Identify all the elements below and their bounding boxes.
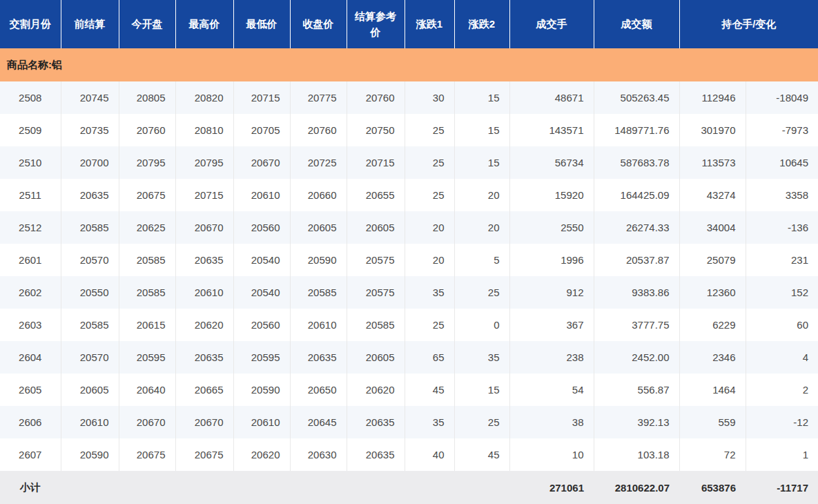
cell-prev-settlement: 20735 [61, 114, 119, 146]
cell-volume: 38 [509, 406, 594, 438]
cell-volume: 10 [509, 438, 594, 471]
cell-change2: 20 [454, 211, 509, 244]
cell-settlement-ref-price: 20655 [347, 179, 405, 211]
cell-delivery-month: 2508 [0, 81, 61, 114]
cell-open-interest: 301970 [679, 114, 746, 146]
cell-prev-settlement: 20700 [61, 146, 119, 179]
cell-change1: 20 [405, 211, 454, 244]
subtotal-empty [290, 471, 347, 504]
cell-close-price: 20760 [290, 114, 347, 146]
cell-change2: 15 [454, 146, 509, 179]
table-row: 2603205852061520620205602061020585250367… [0, 309, 818, 341]
cell-oi-change: -136 [746, 211, 818, 244]
cell-change2: 15 [454, 81, 509, 114]
cell-change1: 35 [405, 276, 454, 309]
cell-delivery-month: 2604 [0, 341, 61, 374]
cell-open-price: 20640 [119, 374, 175, 406]
cell-volume: 238 [509, 341, 594, 374]
cell-open-price: 20615 [119, 309, 175, 341]
cell-open-price: 20805 [119, 81, 175, 114]
cell-oi-change: -12 [746, 406, 818, 438]
header-volume: 成交手 [509, 0, 594, 48]
cell-settlement-ref-price: 20635 [347, 438, 405, 471]
table-row: 2605206052064020665205902065020620451554… [0, 374, 818, 406]
cell-change2: 15 [454, 374, 509, 406]
cell-close-price: 20660 [290, 179, 347, 211]
header-low-price: 最低价 [233, 0, 290, 48]
cell-open-price: 20675 [119, 179, 175, 211]
cell-open-price: 20585 [119, 244, 175, 276]
cell-oi-change: 60 [746, 309, 818, 341]
cell-change2: 5 [454, 244, 509, 276]
subtotal-open-interest: 653876 [679, 471, 746, 504]
cell-volume: 912 [509, 276, 594, 309]
cell-close-price: 20650 [290, 374, 347, 406]
cell-change1: 25 [405, 179, 454, 211]
cell-low-price: 20705 [233, 114, 290, 146]
cell-open-interest: 1464 [679, 374, 746, 406]
cell-open-interest: 2346 [679, 341, 746, 374]
cell-change2: 15 [454, 114, 509, 146]
table-row: 2508207452080520820207152077520760301548… [0, 81, 818, 114]
subtotal-oi-change: -11717 [746, 471, 818, 504]
cell-low-price: 20595 [233, 341, 290, 374]
cell-volume: 367 [509, 309, 594, 341]
cell-prev-settlement: 20585 [61, 309, 119, 341]
cell-change1: 25 [405, 114, 454, 146]
cell-low-price: 20610 [233, 179, 290, 211]
cell-change1: 20 [405, 244, 454, 276]
cell-open-interest: 72 [679, 438, 746, 471]
header-turnover: 成交额 [594, 0, 679, 48]
subtotal-empty [347, 471, 405, 504]
cell-settlement-ref-price: 20760 [347, 81, 405, 114]
table-row: 2606206102067020670206102064520635352538… [0, 406, 818, 438]
cell-high-price: 20670 [175, 406, 233, 438]
cell-prev-settlement: 20585 [61, 211, 119, 244]
cell-delivery-month: 2603 [0, 309, 61, 341]
cell-close-price: 20725 [290, 146, 347, 179]
subtotal-empty [233, 471, 290, 504]
table-row: 2511206352067520715206102066020655252015… [0, 179, 818, 211]
cell-oi-change: 3358 [746, 179, 818, 211]
cell-settlement-ref-price: 20585 [347, 309, 405, 341]
cell-turnover: 587683.78 [594, 146, 679, 179]
cell-turnover: 26274.33 [594, 211, 679, 244]
cell-open-price: 20595 [119, 341, 175, 374]
cell-open-price: 20760 [119, 114, 175, 146]
cell-change2: 20 [454, 179, 509, 211]
cell-open-interest: 25079 [679, 244, 746, 276]
cell-change2: 25 [454, 276, 509, 309]
cell-close-price: 20630 [290, 438, 347, 471]
cell-prev-settlement: 20570 [61, 341, 119, 374]
cell-turnover: 3777.75 [594, 309, 679, 341]
cell-low-price: 20620 [233, 438, 290, 471]
cell-change2: 45 [454, 438, 509, 471]
cell-open-interest: 43274 [679, 179, 746, 211]
cell-turnover: 103.18 [594, 438, 679, 471]
cell-open-interest: 12360 [679, 276, 746, 309]
product-banner-row: 商品名称:铝 [0, 48, 818, 81]
header-open-interest-change: 持仓手/变化 [679, 0, 818, 48]
table-row: 2604205702059520635205952063520605653523… [0, 341, 818, 374]
cell-high-price: 20820 [175, 81, 233, 114]
cell-open-interest: 34004 [679, 211, 746, 244]
subtotal-empty [454, 471, 509, 504]
cell-close-price: 20645 [290, 406, 347, 438]
table-row: 2510207002079520795206702072520715251556… [0, 146, 818, 179]
cell-volume: 56734 [509, 146, 594, 179]
cell-open-interest: 559 [679, 406, 746, 438]
cell-low-price: 20540 [233, 276, 290, 309]
cell-volume: 143571 [509, 114, 594, 146]
subtotal-empty [119, 471, 175, 504]
table-header-row: 交割月份前结算今开盘最高价最低价收盘价结算参考价涨跌1涨跌2成交手成交额持仓手/… [0, 0, 818, 48]
cell-high-price: 20635 [175, 341, 233, 374]
cell-change1: 45 [405, 374, 454, 406]
cell-open-price: 20585 [119, 276, 175, 309]
cell-prev-settlement: 20570 [61, 244, 119, 276]
table-row: 2602205502058520610205402058520575352591… [0, 276, 818, 309]
cell-high-price: 20610 [175, 276, 233, 309]
header-delivery-month: 交割月份 [0, 0, 61, 48]
cell-high-price: 20635 [175, 244, 233, 276]
subtotal-empty [175, 471, 233, 504]
cell-change1: 25 [405, 146, 454, 179]
